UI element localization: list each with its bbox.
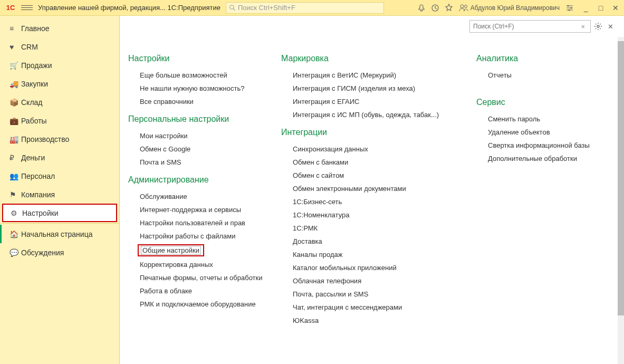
link-1crmk[interactable]: 1С:РМК	[281, 222, 447, 235]
sidebar-item-main[interactable]: ≡Главное	[0, 19, 119, 37]
link-vetis[interactable]: Интеграция с ВетИС (Меркурий)	[281, 69, 447, 82]
link-delivery[interactable]: Доставка	[281, 235, 447, 248]
svg-point-3	[460, 5, 464, 8]
cart-icon: 🛒	[9, 61, 21, 70]
flag-icon: ⚑	[9, 190, 21, 199]
briefcase-icon: 💼	[9, 117, 21, 125]
user-menu[interactable]: Абдулов Юрий Владимирович	[459, 4, 560, 12]
group-settings[interactable]: Настройки	[128, 54, 273, 63]
svg-point-10	[569, 9, 570, 11]
link-site[interactable]: Обмен с сайтом	[281, 169, 447, 182]
link-reports[interactable]: Отчеты	[476, 69, 616, 82]
people-icon: 👥	[9, 172, 21, 180]
link-chat[interactable]: Чат, интеграция с мессенджерами	[281, 301, 447, 314]
app-title: Управление нашей фирмой, редакция... 1С:…	[38, 4, 220, 12]
sidebar-item-production[interactable]: 🏭Производство	[0, 130, 119, 148]
scrollbar-thumb[interactable]	[618, 41, 624, 315]
box-icon: 📦	[9, 98, 21, 107]
link-cloud[interactable]: Работа в облаке	[128, 284, 273, 298]
scrollbar[interactable]	[618, 37, 624, 364]
group-marking[interactable]: Маркировка	[281, 54, 447, 63]
user-name: Абдулов Юрий Владимирович	[471, 4, 560, 12]
settings-lines-icon[interactable]	[563, 1, 577, 15]
factory-icon: 🏭	[9, 135, 21, 143]
link-rmk[interactable]: РМК и подключаемое оборудование	[128, 298, 273, 311]
link-sales-channels[interactable]: Каналы продаж	[281, 248, 447, 261]
link-sync[interactable]: Синхронизация данных	[281, 142, 447, 156]
close-window-button[interactable]: ✕	[610, 4, 621, 12]
truck-icon: 🚚	[9, 80, 21, 88]
link-egais[interactable]: Интеграция с ЕГАИС	[281, 95, 447, 108]
clear-search-icon[interactable]: ×	[579, 23, 587, 31]
group-analytics[interactable]: Аналитика	[476, 54, 616, 63]
link-more-options[interactable]: Еще больше возможностей	[128, 69, 273, 82]
chat-icon: 💬	[9, 248, 21, 257]
sidebar-item-money[interactable]: ₽Деньги	[0, 148, 119, 167]
link-data-correction[interactable]: Корректировка данных	[128, 258, 273, 271]
gear-icon: ⚙	[11, 209, 22, 217]
content-area: × ✕ Настройки Еще больше возможностей Не…	[120, 16, 624, 364]
svg-point-9	[571, 7, 572, 8]
link-nomen[interactable]: 1С:Номенклатура	[281, 208, 447, 222]
svg-point-4	[464, 5, 467, 7]
bell-icon[interactable]	[415, 1, 428, 15]
svg-point-8	[568, 5, 569, 6]
sidebar-item-sales[interactable]: 🛒Продажи	[0, 56, 119, 74]
link-banks[interactable]: Обмен с банками	[281, 156, 447, 169]
svg-point-0	[230, 5, 234, 9]
sidebar-item-warehouse[interactable]: 📦Склад	[0, 93, 119, 111]
link-mobile-catalog[interactable]: Каталог мобильных приложений	[281, 261, 447, 274]
close-page-icon[interactable]: ✕	[606, 23, 616, 31]
sidebar-item-company[interactable]: ⚑Компания	[0, 185, 119, 204]
link-google[interactable]: Обмен с Google	[128, 142, 273, 156]
link-print-forms[interactable]: Печатные формы, отчеты и обработки	[128, 271, 273, 284]
titlebar: 1C Управление нашей фирмой, редакция... …	[0, 0, 624, 16]
link-bnet[interactable]: 1С:Бизнес-сеть	[281, 195, 447, 208]
link-mail-sms2[interactable]: Почта, рассылки и SMS	[281, 288, 447, 301]
link-cloud-tel[interactable]: Облачная телефония	[281, 274, 447, 288]
minimize-button[interactable]: _	[581, 4, 591, 12]
global-search-input[interactable]: Поиск Ctrl+Shift+F	[226, 2, 384, 14]
sidebar-item-works[interactable]: 💼Работы	[0, 111, 119, 130]
sidebar-item-purchases[interactable]: 🚚Закупки	[0, 74, 119, 93]
group-integrations[interactable]: Интеграции	[281, 128, 447, 137]
svg-line-1	[233, 8, 235, 10]
group-personal[interactable]: Персональные настройки	[128, 114, 273, 124]
sidebar-item-settings[interactable]: ⚙Настройки	[2, 204, 117, 222]
history-icon[interactable]	[428, 1, 442, 15]
link-db-rollup[interactable]: Свертка информационной базы	[476, 139, 616, 152]
link-maintenance[interactable]: Обслуживание	[128, 190, 273, 203]
sidebar-item-home[interactable]: 🏠Начальная страница	[0, 225, 119, 243]
page-settings-icon[interactable]	[594, 22, 602, 31]
sidebar-item-personnel[interactable]: 👥Персонал	[0, 167, 119, 185]
group-admin[interactable]: Администрирование	[128, 175, 273, 185]
main-menu-icon[interactable]	[21, 5, 33, 10]
link-general-settings[interactable]: Общие настройки	[138, 244, 204, 256]
group-service[interactable]: Сервис	[476, 98, 616, 107]
app-logo: 1C	[3, 3, 18, 13]
link-extra-processing[interactable]: Дополнительные обработки	[476, 152, 616, 165]
link-yookassa[interactable]: ЮKassa	[281, 314, 447, 327]
svg-point-11	[597, 25, 599, 27]
link-all-dirs[interactable]: Все справочники	[128, 95, 273, 108]
link-user-rights[interactable]: Настройки пользователей и прав	[128, 216, 273, 229]
sidebar-item-crm[interactable]: ♥CRM	[0, 37, 119, 56]
link-mail-sms[interactable]: Почта и SMS	[128, 156, 273, 169]
search-placeholder: Поиск Ctrl+Shift+F	[238, 4, 295, 12]
star-icon[interactable]	[442, 1, 456, 15]
link-gism[interactable]: Интеграция с ГИСМ (изделия из меха)	[281, 82, 447, 95]
maximize-button[interactable]: □	[596, 4, 606, 12]
sidebar-item-discussions[interactable]: 💬Обсуждения	[0, 243, 119, 262]
heart-icon: ♥	[9, 43, 21, 51]
lines-icon: ≡	[9, 24, 21, 33]
link-edo[interactable]: Обмен электронными документами	[281, 182, 447, 195]
link-change-password[interactable]: Сменить пароль	[476, 112, 616, 126]
link-internet-support[interactable]: Интернет-поддержка и сервисы	[128, 203, 273, 216]
content-search-input[interactable]: ×	[469, 20, 591, 33]
link-ismp[interactable]: Интеграция с ИС МП (обувь, одежда, табак…	[281, 108, 447, 121]
link-file-settings[interactable]: Настройки работы с файлами	[128, 229, 273, 243]
link-delete-objects[interactable]: Удаление объектов	[476, 126, 616, 139]
link-my-settings[interactable]: Мои настройки	[128, 129, 273, 142]
link-missing-option[interactable]: Не нашли нужную возможность?	[128, 82, 273, 95]
sidebar: ≡Главное ♥CRM 🛒Продажи 🚚Закупки 📦Склад 💼…	[0, 16, 120, 364]
